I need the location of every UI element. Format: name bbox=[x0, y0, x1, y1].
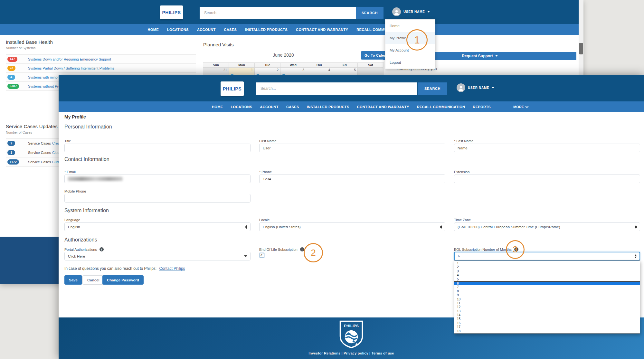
scrollbar-handle[interactable] bbox=[579, 43, 583, 54]
ibh-row-label[interactable]: Systems Down and/or Requiring Emergency … bbox=[28, 57, 111, 61]
footer-link[interactable]: Terms of use bbox=[372, 351, 394, 355]
dropdown-option[interactable]: 2 bbox=[454, 265, 640, 269]
contact-note: In case of questions you can also reach … bbox=[64, 266, 185, 271]
title-input[interactable] bbox=[64, 144, 251, 152]
email-field[interactable] bbox=[64, 175, 251, 183]
nav-item-more[interactable]: MORE bbox=[513, 101, 528, 112]
field-label-portal-authorizations: Portal Authorizations bbox=[64, 247, 104, 251]
eol-months-dropdown: 123456789101112131415161718 bbox=[454, 260, 640, 334]
portal-authorizations-select[interactable]: Click Here bbox=[64, 252, 251, 260]
extension-input[interactable] bbox=[454, 175, 640, 183]
service-case-label: Service Cases bbox=[28, 160, 51, 164]
nav-item[interactable]: CONTRACT AND WARRANTY bbox=[357, 105, 409, 109]
calendar-month-label: June 2020 bbox=[203, 52, 364, 58]
count-badge: 6787 bbox=[7, 84, 19, 89]
user-name-label: USER NAME bbox=[468, 86, 489, 90]
service-case-label: Service Cases bbox=[28, 141, 51, 145]
eol-months-select[interactable]: 6 bbox=[454, 252, 640, 260]
select-spinner-icon bbox=[245, 225, 247, 229]
request-support-label: Request Support bbox=[462, 54, 493, 58]
dropdown-option[interactable]: 6 bbox=[454, 281, 640, 285]
first-name-input[interactable] bbox=[259, 144, 445, 152]
more-label: MORE bbox=[513, 105, 524, 109]
nav-item[interactable]: LOCATIONS bbox=[231, 105, 252, 109]
menu-item-home[interactable]: Home bbox=[385, 20, 435, 32]
date-number: 4 bbox=[328, 68, 330, 72]
field-label-extension: Extension bbox=[454, 170, 469, 174]
nav-item[interactable]: ACCOUNT bbox=[197, 28, 215, 32]
eol-subscription-checkbox[interactable] bbox=[260, 253, 264, 258]
contact-note-text: In case of questions you can also reach … bbox=[64, 266, 156, 271]
ibh-row-label[interactable]: Systems Partial Down / Suffering Intermi… bbox=[28, 66, 114, 70]
locale-value: English (United States) bbox=[263, 225, 301, 229]
select-spinner-icon bbox=[635, 254, 637, 258]
dropdown-option[interactable]: 4 bbox=[454, 273, 640, 277]
last-name-input[interactable] bbox=[454, 144, 640, 152]
footer-link[interactable]: Privacy policy bbox=[344, 351, 372, 355]
dropdown-option[interactable]: 5 bbox=[454, 278, 640, 281]
nav-item[interactable]: LOCATIONS bbox=[167, 28, 189, 32]
nav-item[interactable]: HOME bbox=[212, 105, 223, 109]
footer-link[interactable]: Investor Relations bbox=[308, 351, 344, 355]
search-input[interactable] bbox=[200, 7, 356, 19]
search-button[interactable]: SEARCH bbox=[418, 82, 447, 95]
portal-authorizations-text: Portal Authorizations bbox=[64, 248, 97, 251]
dropdown-option[interactable]: 14 bbox=[454, 313, 640, 317]
locale-select[interactable]: English (United States) bbox=[259, 222, 445, 231]
annotation-step-1: 1 bbox=[406, 29, 428, 51]
field-label-last-name: * Last Name bbox=[454, 139, 474, 143]
user-menu-trigger[interactable]: USER NAME bbox=[392, 7, 430, 16]
search-input[interactable] bbox=[256, 82, 417, 95]
nav-item[interactable]: INSTALLED PRODUCTS bbox=[307, 105, 349, 109]
nav-item[interactable]: CASES bbox=[286, 105, 299, 109]
date-number: 3 bbox=[302, 68, 304, 72]
service-case-label: Service Cases bbox=[28, 151, 51, 155]
dropdown-option[interactable]: 18 bbox=[454, 329, 640, 333]
contact-philips-link[interactable]: Contact Philips bbox=[159, 266, 185, 271]
dropdown-option[interactable]: 3 bbox=[454, 269, 640, 273]
count-badge: 7 bbox=[7, 141, 15, 146]
nav-item[interactable]: CASES bbox=[224, 28, 237, 32]
info-icon[interactable] bbox=[99, 247, 104, 251]
dropdown-option[interactable]: 12 bbox=[454, 305, 640, 309]
time-zone-value: (GMT+02:00) Central European Summer Time… bbox=[458, 225, 560, 229]
search-button[interactable]: SEARCH bbox=[356, 7, 384, 19]
phone-input[interactable] bbox=[259, 175, 445, 183]
dropdown-option[interactable]: 17 bbox=[454, 325, 640, 329]
calendar-day-header: Fri bbox=[332, 63, 358, 68]
nav-item[interactable]: HOME bbox=[148, 28, 159, 32]
dropdown-option[interactable]: 15 bbox=[454, 317, 640, 321]
dropdown-option[interactable]: 8 bbox=[454, 289, 640, 293]
nav-item[interactable]: ACCOUNT bbox=[260, 105, 279, 109]
language-select[interactable]: English bbox=[64, 222, 251, 231]
nav-item[interactable]: INSTALLED PRODUCTS bbox=[245, 28, 288, 32]
cancel-button[interactable]: Cancel bbox=[82, 275, 104, 285]
dropdown-option[interactable]: 7 bbox=[454, 285, 640, 289]
change-password-button[interactable]: Change Password bbox=[102, 275, 144, 285]
dropdown-option[interactable]: 10 bbox=[454, 298, 640, 301]
nav-item[interactable]: REPORTS bbox=[473, 105, 491, 109]
dropdown-option[interactable]: 13 bbox=[454, 309, 640, 313]
eol-months-value: 6 bbox=[458, 254, 460, 258]
date-number: 2 bbox=[277, 68, 279, 72]
save-button[interactable]: Save bbox=[64, 275, 82, 285]
user-menu-trigger[interactable]: USER NAME bbox=[457, 83, 494, 92]
ibh-row[interactable]: 23 Systems Partial Down / Suffering Inte… bbox=[6, 64, 196, 73]
menu-item-logout[interactable]: Logout bbox=[385, 56, 435, 69]
dropdown-option[interactable]: 9 bbox=[454, 293, 640, 297]
language-value: English bbox=[68, 225, 80, 229]
field-label-eol-subscription: End Of Life Subscription bbox=[259, 247, 304, 251]
field-label-email: * Email bbox=[64, 170, 76, 174]
dropdown-option[interactable]: 1 bbox=[454, 261, 640, 265]
mobile-phone-input[interactable] bbox=[64, 194, 251, 203]
bg-top-header: PHILIPS SEARCH USER NAME bbox=[0, 0, 579, 24]
ibh-row[interactable]: 147 Systems Down and/or Requiring Emerge… bbox=[6, 55, 196, 64]
portal-authorizations-value: Click Here bbox=[68, 254, 85, 258]
time-zone-select[interactable]: (GMT+02:00) Central European Summer Time… bbox=[454, 222, 640, 231]
nav-item[interactable]: CONTRACT AND WARRANTY bbox=[296, 28, 348, 32]
nav-item[interactable]: RECALL COMMUNICATION bbox=[417, 105, 465, 109]
dropdown-option[interactable]: 11 bbox=[454, 301, 640, 305]
dropdown-option[interactable]: 16 bbox=[454, 321, 640, 325]
calendar-day-header: Thu bbox=[306, 63, 332, 68]
calendar-day-header: Sun bbox=[203, 63, 229, 68]
